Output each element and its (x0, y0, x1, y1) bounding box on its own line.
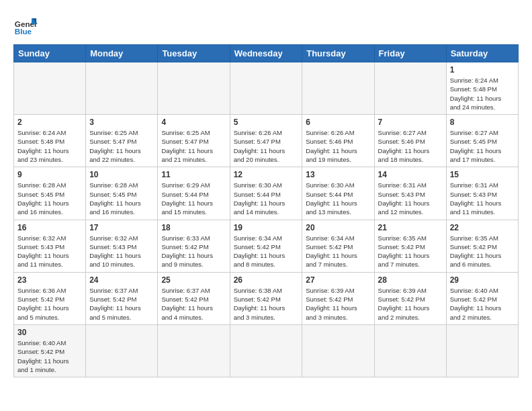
calendar-cell: 6Sunrise: 6:26 AM Sunset: 5:46 PM Daylig… (302, 115, 374, 167)
day-number: 25 (161, 275, 226, 285)
calendar-table: SundayMondayTuesdayWednesdayThursdayFrid… (13, 44, 519, 377)
day-number: 26 (234, 275, 299, 285)
weekday-header-saturday: Saturday (446, 45, 518, 62)
day-number: 28 (378, 275, 443, 285)
calendar-cell (302, 324, 374, 377)
calendar-cell: 19Sunrise: 6:34 AM Sunset: 5:42 PM Dayli… (230, 220, 302, 272)
day-number: 4 (161, 118, 226, 127)
day-info: Sunrise: 6:25 AM Sunset: 5:47 PM Dayligh… (161, 128, 226, 164)
day-info: Sunrise: 6:34 AM Sunset: 5:42 PM Dayligh… (234, 234, 299, 269)
calendar-cell: 2Sunrise: 6:24 AM Sunset: 5:48 PM Daylig… (14, 115, 86, 167)
day-info: Sunrise: 6:37 AM Sunset: 5:42 PM Dayligh… (161, 286, 226, 322)
calendar-cell (86, 62, 158, 115)
weekday-header-monday: Monday (86, 45, 158, 62)
calendar-cell (230, 324, 302, 377)
weekday-header-tuesday: Tuesday (158, 45, 230, 62)
calendar-cell (230, 62, 302, 115)
calendar-cell: 12Sunrise: 6:30 AM Sunset: 5:44 PM Dayli… (230, 167, 302, 220)
calendar-cell (374, 62, 446, 115)
day-info: Sunrise: 6:33 AM Sunset: 5:42 PM Dayligh… (161, 234, 226, 269)
calendar-week-row: 2Sunrise: 6:24 AM Sunset: 5:48 PM Daylig… (14, 115, 519, 167)
logo-icon: General Blue (13, 13, 38, 38)
calendar-cell: 17Sunrise: 6:32 AM Sunset: 5:43 PM Dayli… (86, 220, 158, 272)
day-info: Sunrise: 6:31 AM Sunset: 5:43 PM Dayligh… (450, 181, 515, 216)
day-number: 11 (161, 170, 226, 179)
day-number: 6 (306, 118, 370, 127)
day-info: Sunrise: 6:30 AM Sunset: 5:44 PM Dayligh… (234, 181, 299, 216)
day-info: Sunrise: 6:37 AM Sunset: 5:42 PM Dayligh… (89, 286, 154, 322)
calendar-week-row: 23Sunrise: 6:36 AM Sunset: 5:42 PM Dayli… (14, 272, 519, 324)
calendar-cell: 11Sunrise: 6:29 AM Sunset: 5:44 PM Dayli… (158, 167, 230, 220)
day-info: Sunrise: 6:35 AM Sunset: 5:42 PM Dayligh… (450, 234, 515, 269)
day-number: 8 (450, 118, 515, 127)
day-info: Sunrise: 6:26 AM Sunset: 5:47 PM Dayligh… (234, 128, 299, 164)
weekday-header-friday: Friday (374, 45, 446, 62)
day-number: 15 (450, 170, 515, 179)
calendar-cell: 14Sunrise: 6:31 AM Sunset: 5:43 PM Dayli… (374, 167, 446, 220)
calendar-cell (374, 324, 446, 377)
calendar-cell: 27Sunrise: 6:39 AM Sunset: 5:42 PM Dayli… (302, 272, 374, 324)
calendar-cell (302, 62, 374, 115)
day-number: 23 (17, 275, 82, 285)
calendar-cell: 24Sunrise: 6:37 AM Sunset: 5:42 PM Dayli… (86, 272, 158, 324)
day-number: 24 (89, 275, 154, 285)
weekday-header-sunday: Sunday (14, 45, 86, 62)
day-number: 21 (378, 223, 443, 232)
day-info: Sunrise: 6:31 AM Sunset: 5:43 PM Dayligh… (378, 181, 443, 216)
day-number: 20 (306, 223, 370, 232)
day-info: Sunrise: 6:32 AM Sunset: 5:43 PM Dayligh… (89, 234, 154, 269)
page-header: General Blue (13, 13, 519, 38)
calendar-cell: 29Sunrise: 6:40 AM Sunset: 5:42 PM Dayli… (446, 272, 518, 324)
day-info: Sunrise: 6:38 AM Sunset: 5:42 PM Dayligh… (234, 286, 299, 322)
calendar-cell (14, 62, 86, 115)
calendar-cell: 7Sunrise: 6:27 AM Sunset: 5:46 PM Daylig… (374, 115, 446, 167)
day-info: Sunrise: 6:40 AM Sunset: 5:42 PM Dayligh… (450, 286, 515, 322)
calendar-cell: 30Sunrise: 6:40 AM Sunset: 5:42 PM Dayli… (14, 324, 86, 377)
calendar-cell: 4Sunrise: 6:25 AM Sunset: 5:47 PM Daylig… (158, 115, 230, 167)
calendar-cell: 18Sunrise: 6:33 AM Sunset: 5:42 PM Dayli… (158, 220, 230, 272)
day-number: 12 (234, 170, 299, 179)
calendar-cell: 15Sunrise: 6:31 AM Sunset: 5:43 PM Dayli… (446, 167, 518, 220)
day-info: Sunrise: 6:36 AM Sunset: 5:42 PM Dayligh… (17, 286, 82, 322)
calendar-week-row: 16Sunrise: 6:32 AM Sunset: 5:43 PM Dayli… (14, 220, 519, 272)
calendar-cell: 22Sunrise: 6:35 AM Sunset: 5:42 PM Dayli… (446, 220, 518, 272)
day-info: Sunrise: 6:34 AM Sunset: 5:42 PM Dayligh… (306, 234, 370, 269)
svg-text:Blue: Blue (15, 27, 32, 36)
calendar-week-row: 1Sunrise: 6:24 AM Sunset: 5:48 PM Daylig… (14, 62, 519, 115)
day-info: Sunrise: 6:32 AM Sunset: 5:43 PM Dayligh… (17, 234, 82, 269)
logo: General Blue (13, 13, 38, 38)
calendar-cell: 26Sunrise: 6:38 AM Sunset: 5:42 PM Dayli… (230, 272, 302, 324)
weekday-header-wednesday: Wednesday (230, 45, 302, 62)
calendar-cell (158, 324, 230, 377)
calendar-cell (86, 324, 158, 377)
day-info: Sunrise: 6:39 AM Sunset: 5:42 PM Dayligh… (378, 286, 443, 322)
day-number: 22 (450, 223, 515, 232)
day-number: 9 (17, 170, 82, 179)
weekday-header-row: SundayMondayTuesdayWednesdayThursdayFrid… (14, 45, 519, 62)
day-info: Sunrise: 6:39 AM Sunset: 5:42 PM Dayligh… (306, 286, 370, 322)
day-info: Sunrise: 6:35 AM Sunset: 5:42 PM Dayligh… (378, 234, 443, 269)
day-number: 1 (450, 65, 515, 75)
calendar-cell: 16Sunrise: 6:32 AM Sunset: 5:43 PM Dayli… (14, 220, 86, 272)
day-number: 30 (17, 328, 82, 337)
day-number: 14 (378, 170, 443, 179)
calendar-cell: 20Sunrise: 6:34 AM Sunset: 5:42 PM Dayli… (302, 220, 374, 272)
day-info: Sunrise: 6:26 AM Sunset: 5:46 PM Dayligh… (306, 128, 370, 164)
calendar-cell: 3Sunrise: 6:25 AM Sunset: 5:47 PM Daylig… (86, 115, 158, 167)
calendar-cell: 8Sunrise: 6:27 AM Sunset: 5:45 PM Daylig… (446, 115, 518, 167)
day-number: 29 (450, 275, 515, 285)
calendar-cell (446, 324, 518, 377)
calendar-body: 1Sunrise: 6:24 AM Sunset: 5:48 PM Daylig… (14, 62, 519, 377)
day-info: Sunrise: 6:40 AM Sunset: 5:42 PM Dayligh… (17, 338, 82, 374)
day-number: 17 (89, 223, 154, 232)
day-number: 13 (306, 170, 370, 179)
calendar-cell: 28Sunrise: 6:39 AM Sunset: 5:42 PM Dayli… (374, 272, 446, 324)
calendar-cell: 13Sunrise: 6:30 AM Sunset: 5:44 PM Dayli… (302, 167, 374, 220)
day-number: 16 (17, 223, 82, 232)
calendar-cell: 21Sunrise: 6:35 AM Sunset: 5:42 PM Dayli… (374, 220, 446, 272)
day-info: Sunrise: 6:28 AM Sunset: 5:45 PM Dayligh… (89, 181, 154, 216)
day-info: Sunrise: 6:24 AM Sunset: 5:48 PM Dayligh… (17, 128, 82, 164)
day-info: Sunrise: 6:30 AM Sunset: 5:44 PM Dayligh… (306, 181, 370, 216)
day-number: 27 (306, 275, 370, 285)
calendar-cell: 10Sunrise: 6:28 AM Sunset: 5:45 PM Dayli… (86, 167, 158, 220)
